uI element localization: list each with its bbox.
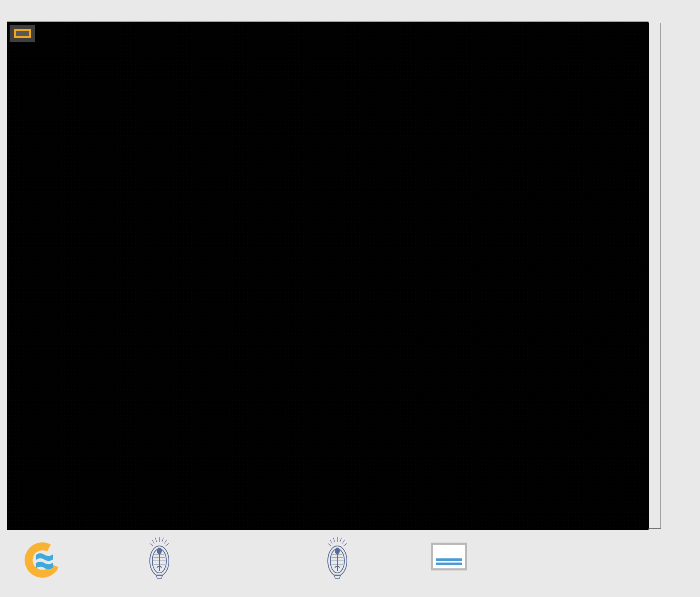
- coat-of-arms-icon: [326, 535, 349, 586]
- coat-of-arms-icon: [148, 535, 171, 586]
- smn-logo: [24, 538, 62, 582]
- warning-box-inner: [14, 29, 31, 38]
- inta-logo-group: [431, 543, 467, 570]
- inta-stripe: [436, 563, 462, 565]
- radar-map-canvas: [7, 22, 649, 530]
- footer-logos: [0, 530, 700, 597]
- ministerio-defensa-group: [148, 535, 177, 586]
- radar-mosaic-page: [0, 0, 700, 597]
- inta-logo-inner: [433, 545, 465, 568]
- dbz-colorbar: [649, 23, 661, 528]
- inta-logo: [431, 543, 467, 570]
- smn-logo-group: [24, 538, 69, 582]
- ministerio-economia-group: [326, 535, 355, 586]
- radar-map: [7, 22, 649, 530]
- graticule-dots: [7, 22, 649, 530]
- inta-stripe: [436, 558, 462, 561]
- warning-box[interactable]: [10, 25, 35, 42]
